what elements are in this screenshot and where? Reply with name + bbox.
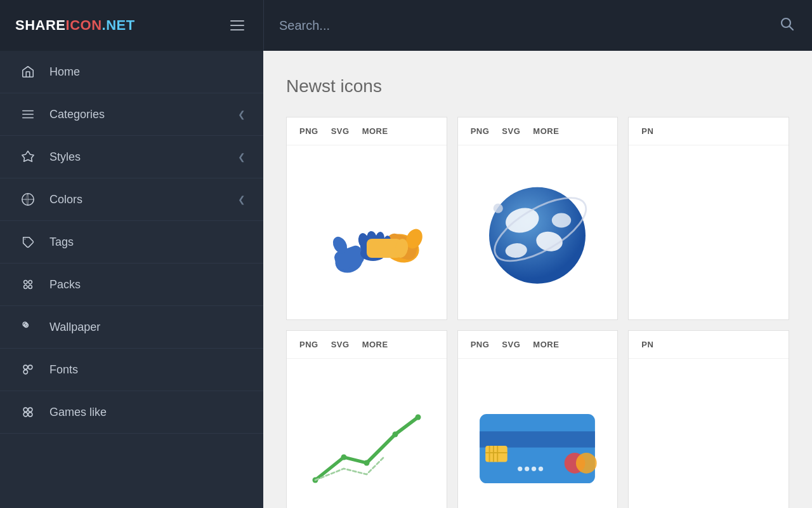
svg-point-18 <box>28 412 32 416</box>
packs-icon <box>18 277 38 291</box>
sidebar-item-categories[interactable]: Categories ❮ <box>0 93 263 136</box>
icon-card-2: PNG SVG MORE <box>457 117 619 320</box>
sidebar-label-fonts: Fonts <box>49 363 246 377</box>
sidebar-item-styles[interactable]: Styles ❮ <box>0 136 263 178</box>
icon-card-6-body[interactable] <box>629 359 789 508</box>
svg-point-44 <box>363 460 369 466</box>
chevron-right-icon-colors: ❮ <box>238 194 246 204</box>
search-area <box>263 0 812 51</box>
svg-button-2[interactable]: SVG <box>499 125 523 137</box>
sidebar-label-colors: Colors <box>49 193 226 206</box>
sidebar-item-games-like[interactable]: Games like <box>0 391 263 434</box>
hamburger-line-1 <box>230 20 244 22</box>
logo-icon-text: ICON <box>66 17 102 33</box>
icon-card-1: PNG SVG MORE <box>286 117 447 320</box>
search-icon <box>779 16 794 31</box>
handshake-image <box>303 169 430 296</box>
svg-point-39 <box>552 213 571 228</box>
png-button-3[interactable]: PN <box>639 125 656 137</box>
svg-point-46 <box>415 415 421 420</box>
svg-point-43 <box>341 455 346 460</box>
png-button-4[interactable]: PNG <box>297 338 321 351</box>
icon-card-2-header: PNG SVG MORE <box>458 117 618 145</box>
svg-point-41 <box>494 203 503 213</box>
svg-point-9 <box>24 285 28 289</box>
hamburger-line-2 <box>230 25 244 26</box>
sidebar-item-packs[interactable]: Packs <box>0 264 263 306</box>
svg-rect-49 <box>486 446 508 462</box>
styles-icon <box>18 150 38 164</box>
icon-card-1-header: PNG SVG MORE <box>287 117 447 145</box>
sidebar-label-wallpaper: Wallpaper <box>49 321 246 334</box>
sidebar-item-wallpaper[interactable]: Wallpaper <box>0 306 263 349</box>
sidebar-item-home[interactable]: Home <box>0 51 263 93</box>
home-icon <box>18 65 38 79</box>
icon-card-4: PNG SVG MORE <box>286 330 447 508</box>
logo-share: SHARE <box>15 17 66 33</box>
icon-card-5-body[interactable] <box>458 359 618 508</box>
svg-point-16 <box>23 370 27 373</box>
svg-point-7 <box>24 281 28 284</box>
logo-net: .NET <box>102 17 135 33</box>
more-button-1[interactable]: MORE <box>360 125 391 137</box>
icon-card-3-header: PN <box>629 117 789 145</box>
svg-rect-51 <box>493 446 494 462</box>
png-button-1[interactable]: PNG <box>297 125 321 137</box>
icon-card-6-header: PN <box>629 331 789 359</box>
svg-point-14 <box>23 365 27 369</box>
chart-image <box>310 395 424 497</box>
sidebar-label-home: Home <box>49 65 246 79</box>
chevron-right-icon-styles: ❮ <box>238 152 246 162</box>
sidebar-label-styles: Styles <box>49 150 226 164</box>
svg-point-56 <box>532 467 536 471</box>
svg-point-17 <box>23 408 27 411</box>
svg-point-20 <box>28 408 32 411</box>
header: SHAREICON.NET <box>0 0 812 51</box>
hamburger-button[interactable] <box>226 17 248 34</box>
png-button-6[interactable]: PN <box>639 338 656 351</box>
icon-card-2-body[interactable] <box>458 145 618 319</box>
search-input[interactable] <box>279 18 769 33</box>
icon-card-5-header: PNG SVG MORE <box>458 331 618 359</box>
png-button-2[interactable]: PNG <box>468 125 492 137</box>
svg-point-57 <box>539 467 543 471</box>
globe-image <box>477 172 598 293</box>
more-button-2[interactable]: MORE <box>530 125 561 137</box>
png-button-5[interactable]: PNG <box>468 338 492 351</box>
icons-grid: PNG SVG MORE <box>286 117 789 508</box>
sidebar-label-categories: Categories <box>49 108 226 121</box>
more-button-5[interactable]: MORE <box>530 338 561 351</box>
more-button-4[interactable]: MORE <box>360 338 391 351</box>
sidebar-item-tags[interactable]: Tags <box>0 221 263 264</box>
tags-icon <box>18 235 38 249</box>
icon-card-6: PN <box>628 330 789 508</box>
svg-point-8 <box>29 281 32 284</box>
icon-card-1-body[interactable] <box>287 145 447 319</box>
svg-point-15 <box>28 365 32 369</box>
icon-card-5: PNG SVG MORE <box>457 330 619 508</box>
svg-rect-50 <box>489 446 490 462</box>
svg-button-1[interactable]: SVG <box>329 125 352 137</box>
svg-button-5[interactable]: SVG <box>499 338 523 351</box>
svg-point-54 <box>518 467 523 471</box>
svg-button-4[interactable]: SVG <box>329 338 352 351</box>
svg-point-35 <box>489 187 586 284</box>
sidebar-label-tags: Tags <box>49 236 246 249</box>
svg-rect-48 <box>480 431 596 447</box>
chevron-right-icon: ❮ <box>238 109 246 119</box>
sidebar-item-colors[interactable]: Colors ❮ <box>0 178 263 221</box>
logo: SHAREICON.NET <box>15 17 135 34</box>
section-title: Newst icons <box>286 76 789 97</box>
icon-card-4-body[interactable] <box>287 359 447 508</box>
categories-icon <box>18 107 38 121</box>
icon-card-4-header: PNG SVG MORE <box>287 331 447 359</box>
search-button[interactable] <box>776 13 797 37</box>
fonts-icon <box>18 363 38 377</box>
logo-area: SHAREICON.NET <box>0 17 263 34</box>
main-content: Newst icons PNG SVG MORE <box>263 51 812 508</box>
svg-point-19 <box>23 412 27 416</box>
body-area: Home Categories ❮ Styles ❮ <box>0 51 812 508</box>
colors-icon <box>18 192 38 206</box>
icon-card-3-body[interactable] <box>629 145 789 319</box>
sidebar-item-fonts[interactable]: Fonts <box>0 349 263 391</box>
